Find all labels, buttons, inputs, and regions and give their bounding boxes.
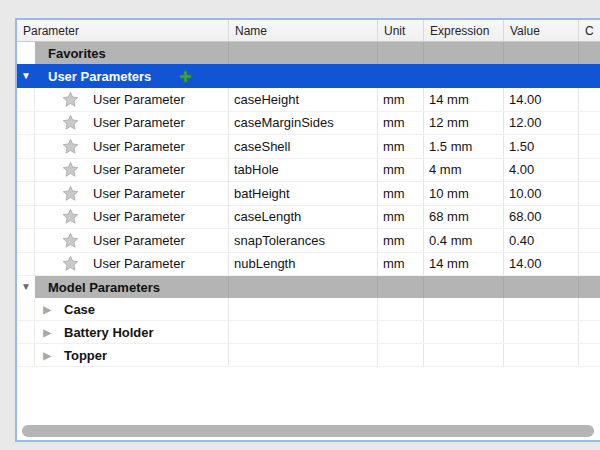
favorite-star-icon[interactable] xyxy=(62,185,79,202)
table-row[interactable]: User Parameter batHeight mm 10 mm 10.00 xyxy=(17,182,600,206)
unit-cell: mm xyxy=(378,253,424,276)
comments-cell[interactable] xyxy=(579,182,600,205)
column-header-unit[interactable]: Unit xyxy=(378,20,424,41)
favorites-section-label: Favorites xyxy=(48,46,106,61)
favorite-star-icon[interactable] xyxy=(62,138,79,155)
comments-cell[interactable] xyxy=(579,229,600,252)
column-header-name-label: Name xyxy=(235,24,267,38)
model-group-row-case[interactable]: ▶ Case xyxy=(17,298,600,321)
disclosure-expanded-icon[interactable]: ▼ xyxy=(17,71,35,81)
column-header-expression[interactable]: Expression xyxy=(424,20,504,41)
parameters-table: Parameter Name Unit Expression Value C F… xyxy=(15,18,600,442)
column-header-unit-label: Unit xyxy=(384,24,405,38)
name-cell[interactable]: caseMarginSides xyxy=(229,112,378,135)
value-cell: 14.00 xyxy=(504,253,579,276)
favorite-star-icon[interactable] xyxy=(62,114,79,131)
favorite-star-icon[interactable] xyxy=(62,255,79,272)
expression-cell[interactable]: 14 mm xyxy=(424,88,504,111)
name-cell[interactable]: tabHole xyxy=(229,159,378,182)
column-header-value[interactable]: Value xyxy=(504,20,579,41)
row-type: User Parameter xyxy=(93,256,185,271)
table-row[interactable]: User Parameter caseLength mm 68 mm 68.00 xyxy=(17,206,600,230)
model-group-label: Case xyxy=(64,302,95,317)
add-parameter-icon[interactable] xyxy=(179,70,192,83)
column-header-comments-label: C xyxy=(585,24,594,38)
comments-cell[interactable] xyxy=(579,206,600,229)
expression-cell[interactable]: 0.4 mm xyxy=(424,229,504,252)
row-type: User Parameter xyxy=(93,186,185,201)
table-row[interactable]: User Parameter caseHeight mm 14 mm 14.00 xyxy=(17,88,600,112)
name-cell[interactable]: caseHeight xyxy=(229,88,378,111)
horizontal-scrollbar-track[interactable] xyxy=(17,423,600,440)
expression-cell[interactable]: 68 mm xyxy=(424,206,504,229)
comments-cell[interactable] xyxy=(579,88,600,111)
value-cell: 14.00 xyxy=(504,88,579,111)
column-header-name[interactable]: Name xyxy=(229,20,378,41)
row-type: User Parameter xyxy=(93,162,185,177)
name-cell[interactable]: caseLength xyxy=(229,206,378,229)
table-row[interactable]: User Parameter caseMarginSides mm 12 mm … xyxy=(17,112,600,136)
comments-cell[interactable] xyxy=(579,159,600,182)
table-row[interactable]: User Parameter caseShell mm 1.5 mm 1.50 xyxy=(17,135,600,159)
unit-cell: mm xyxy=(378,182,424,205)
row-type: User Parameter xyxy=(93,115,185,130)
disclosure-expanded-icon[interactable]: ▼ xyxy=(21,282,31,292)
table-header-row: Parameter Name Unit Expression Value C xyxy=(17,20,600,42)
disclosure-collapsed-icon[interactable]: ▶ xyxy=(40,304,54,315)
column-header-expression-label: Expression xyxy=(430,24,489,38)
row-type: User Parameter xyxy=(93,92,185,107)
comments-cell[interactable] xyxy=(579,112,600,135)
unit-cell: mm xyxy=(378,135,424,158)
user-parameters-section-row[interactable]: ▼ User Parameters xyxy=(17,64,600,88)
column-header-value-label: Value xyxy=(510,24,540,38)
value-cell: 68.00 xyxy=(504,206,579,229)
disclosure-collapsed-icon[interactable]: ▶ xyxy=(40,350,54,361)
expression-cell[interactable]: 1.5 mm xyxy=(424,135,504,158)
row-type: User Parameter xyxy=(93,233,185,248)
row-type: User Parameter xyxy=(93,209,185,224)
favorites-disclosure-cell xyxy=(17,42,35,64)
model-group-label: Topper xyxy=(64,348,107,363)
model-group-row-topper[interactable]: ▶ Topper xyxy=(17,344,600,367)
column-header-comments[interactable]: C xyxy=(579,20,600,41)
expression-cell[interactable]: 14 mm xyxy=(424,253,504,276)
model-group-label: Battery Holder xyxy=(64,325,154,340)
name-cell[interactable]: caseShell xyxy=(229,135,378,158)
table-row[interactable]: User Parameter tabHole mm 4 mm 4.00 xyxy=(17,159,600,183)
column-header-parameter[interactable]: Parameter xyxy=(17,20,229,41)
table-row[interactable]: User Parameter snapTolerances mm 0.4 mm … xyxy=(17,229,600,253)
table-row[interactable]: User Parameter nubLength mm 14 mm 14.00 xyxy=(17,253,600,277)
expression-cell[interactable]: 10 mm xyxy=(424,182,504,205)
unit-cell: mm xyxy=(378,206,424,229)
name-cell[interactable]: nubLength xyxy=(229,253,378,276)
favorite-star-icon[interactable] xyxy=(62,232,79,249)
name-cell[interactable]: snapTolerances xyxy=(229,229,378,252)
favorite-star-icon[interactable] xyxy=(62,91,79,108)
model-parameters-section-row[interactable]: ▼ Model Parameters xyxy=(17,276,600,298)
favorites-section-label-cell: Favorites xyxy=(35,42,229,64)
favorites-section-row[interactable]: Favorites xyxy=(17,42,600,64)
row-type: User Parameter xyxy=(93,139,185,154)
comments-cell[interactable] xyxy=(579,135,600,158)
unit-cell: mm xyxy=(378,88,424,111)
model-parameters-section-label: Model Parameters xyxy=(48,280,160,295)
expression-cell[interactable]: 4 mm xyxy=(424,159,504,182)
horizontal-scrollbar-thumb[interactable] xyxy=(22,425,594,437)
favorite-star-icon[interactable] xyxy=(62,161,79,178)
disclosure-collapsed-icon[interactable]: ▶ xyxy=(40,327,54,338)
favorite-star-icon[interactable] xyxy=(62,208,79,225)
user-parameters-section-label: User Parameters xyxy=(48,69,151,84)
value-cell: 4.00 xyxy=(504,159,579,182)
model-group-row-battery-holder[interactable]: ▶ Battery Holder xyxy=(17,321,600,344)
value-cell: 0.40 xyxy=(504,229,579,252)
value-cell: 10.00 xyxy=(504,182,579,205)
table-empty-area xyxy=(17,367,600,423)
value-cell: 1.50 xyxy=(504,135,579,158)
unit-cell: mm xyxy=(378,159,424,182)
expression-cell[interactable]: 12 mm xyxy=(424,112,504,135)
value-cell: 12.00 xyxy=(504,112,579,135)
unit-cell: mm xyxy=(378,229,424,252)
column-header-parameter-label: Parameter xyxy=(23,24,79,38)
name-cell[interactable]: batHeight xyxy=(229,182,378,205)
comments-cell[interactable] xyxy=(579,253,600,276)
